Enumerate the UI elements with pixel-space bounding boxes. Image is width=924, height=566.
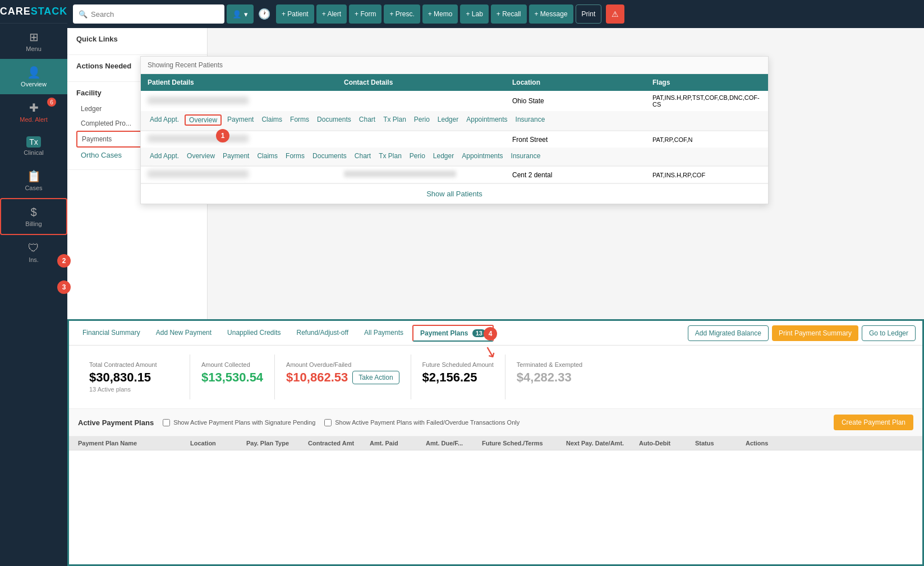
sidebar-item-label: Ins. xyxy=(29,256,39,263)
tab-unapplied-credits[interactable]: Unapplied Credits xyxy=(220,323,287,343)
patient-row: Ohio State PAT,INS.H,RP,TST,COF,CB,DNC,C… xyxy=(141,91,768,131)
sidebar-item-label: Clinical xyxy=(24,149,43,156)
nav-forms-2[interactable]: Forms xyxy=(283,151,307,161)
take-action-button[interactable]: Take Action xyxy=(352,371,399,384)
create-payment-plan-button[interactable]: Create Payment Plan xyxy=(834,415,913,430)
nav-insurance-1[interactable]: Insurance xyxy=(513,114,548,126)
nav-add-appt-2[interactable]: Add Appt. xyxy=(148,151,181,161)
clinical-icon: Tx xyxy=(26,136,41,148)
quick-links-title: Quick Links xyxy=(76,35,198,43)
user-button[interactable]: 👤 ▾ xyxy=(227,4,254,24)
nav-documents-1[interactable]: Documents xyxy=(315,114,353,126)
add-message-button[interactable]: + Message xyxy=(529,4,573,24)
sidebar-item-medalert[interactable]: 6 ✚ Med. Alert xyxy=(0,94,67,130)
patient-info: Ohio State PAT,INS.H,RP,TST,COF,CB,DNC,C… xyxy=(141,91,768,111)
chevron-down-icon: ▾ xyxy=(244,10,248,19)
filter1-label[interactable]: Show Active Payment Plans with Signature… xyxy=(163,419,315,426)
amount-collected-label: Amount Collected xyxy=(201,361,263,368)
sidebar: CARESTACK ⊞ Menu 👤 Overview 6 ✚ Med. Ale… xyxy=(0,0,67,566)
filter2-label[interactable]: Show Active Payment Plans with Failed/Ov… xyxy=(324,419,520,426)
sidebar-item-billing[interactable]: $ Billing xyxy=(0,198,67,235)
nav-documents-2[interactable]: Documents xyxy=(310,151,349,161)
patient-nav-1: Add Appt. Overview Payment Claims Forms … xyxy=(141,111,768,131)
patient-location: Ohio State xyxy=(512,97,652,105)
sidebar-item-ins[interactable]: 🛡 Ins. xyxy=(0,235,67,270)
nav-txplan-2[interactable]: Tx Plan xyxy=(376,151,404,161)
sidebar-item-clinical[interactable]: Tx Clinical xyxy=(0,130,67,163)
nav-appointments-1[interactable]: Appointments xyxy=(464,114,509,126)
nav-claims-2[interactable]: Claims xyxy=(255,151,280,161)
search-box[interactable]: 🔍 xyxy=(73,4,224,24)
sidebar-item-overview[interactable]: 👤 Overview xyxy=(0,59,67,94)
nav-chart-1[interactable]: Chart xyxy=(357,114,378,126)
topbar: 🔍 👤 ▾ 🕐 + Patient + Alert + Form + Presc… xyxy=(67,0,924,28)
future-scheduled-label: Future Scheduled Amount xyxy=(422,361,494,368)
nav-ledger-1[interactable]: Ledger xyxy=(435,114,461,126)
print-payment-summary-btn[interactable]: Print Payment Summary xyxy=(772,325,858,341)
sidebar-item-menu[interactable]: ⊞ Menu xyxy=(0,24,67,59)
quick-links-section: Quick Links xyxy=(67,28,207,55)
nav-overview-1[interactable]: Overview xyxy=(185,114,222,126)
nav-txplan-1[interactable]: Tx Plan xyxy=(381,114,408,126)
amount-collected-value: $13,530.54 xyxy=(201,370,263,385)
nav-perio-1[interactable]: Perio xyxy=(412,114,432,126)
patient-name-blurred xyxy=(148,170,249,178)
nav-add-appt-1[interactable]: Add Appt. xyxy=(148,114,181,126)
top-actions: + Patient + Alert + Form + Presc. + Memo… xyxy=(276,4,624,24)
add-migrated-balance-btn[interactable]: Add Migrated Balance xyxy=(688,325,769,341)
add-alert-button[interactable]: + Alert xyxy=(316,4,347,24)
patient-flags: PAT,INS.H,RP,TST,COF,CB,DNC,COF-CS xyxy=(652,94,765,108)
active-plans-title: Active Payment Plans xyxy=(78,418,154,427)
nav-appointments-2[interactable]: Appointments xyxy=(459,151,505,161)
nav-perio-2[interactable]: Perio xyxy=(407,151,427,161)
col-flags: Flags xyxy=(652,79,765,86)
sidebar-item-cases[interactable]: 📋 Cases xyxy=(0,163,67,198)
col-payment-plan-name: Payment Plan Name xyxy=(78,440,190,447)
go-to-ledger-btn[interactable]: Go to Ledger xyxy=(862,325,916,341)
tab-payment-plans[interactable]: Payment Plans 13 xyxy=(412,325,494,342)
medalert-icon: ✚ xyxy=(29,101,39,114)
nav-ledger-2[interactable]: Ledger xyxy=(431,151,456,161)
ins-icon: 🛡 xyxy=(28,242,39,255)
nav-overview-2[interactable]: Overview xyxy=(185,151,217,161)
step-2-indicator: 2 xyxy=(57,254,71,268)
tab-financial-summary[interactable]: Financial Summary xyxy=(76,323,147,343)
add-memo-button[interactable]: + Memo xyxy=(422,4,458,24)
tab-add-new-payment[interactable]: Add New Payment xyxy=(149,323,218,343)
filter1-checkbox[interactable] xyxy=(163,419,170,426)
step-1-indicator: 1 xyxy=(216,129,229,142)
terminated-value: $4,282.33 xyxy=(517,370,582,385)
sidebar-item-label: Billing xyxy=(25,220,42,227)
search-input[interactable] xyxy=(91,10,192,19)
logo: CARESTACK xyxy=(0,0,67,24)
col-future-sched: Future Sched./Terms xyxy=(482,440,566,447)
alert-button[interactable]: ⚠ xyxy=(606,4,624,24)
logo-text: CARESTACK xyxy=(0,6,67,17)
nav-forms-1[interactable]: Forms xyxy=(288,114,311,126)
patient-row: Cent 2 dental PAT,INS.H,RP,COF xyxy=(141,167,768,183)
filter2-checkbox[interactable] xyxy=(324,419,332,426)
nav-payment-1[interactable]: Payment xyxy=(225,114,256,126)
nav-insurance-2[interactable]: Insurance xyxy=(509,151,543,161)
tab-all-payments[interactable]: All Payments xyxy=(357,323,410,343)
search-icon: 🔍 xyxy=(79,10,88,19)
add-form-button[interactable]: + Form xyxy=(349,4,381,24)
search-dropdown: Showing Recent Patients Patient Details … xyxy=(140,56,769,204)
col-location: Location xyxy=(512,79,652,86)
add-recall-button[interactable]: + Recall xyxy=(491,4,527,24)
nav-claims-1[interactable]: Claims xyxy=(259,114,284,126)
nav-payment-2[interactable]: Payment xyxy=(220,151,251,161)
tab-refund-adjust[interactable]: Refund/Adjust-off xyxy=(289,323,355,343)
patient-location: Cent 2 dental xyxy=(512,171,652,179)
active-plans-count: 13 Active plans xyxy=(89,386,178,393)
add-patient-button[interactable]: + Patient xyxy=(276,4,314,24)
print-button[interactable]: Print xyxy=(576,4,602,24)
clock-button[interactable]: 🕐 xyxy=(258,8,270,20)
terminated-label: Terminated & Exempted xyxy=(517,361,582,368)
show-all-patients[interactable]: Show all Patients xyxy=(141,183,768,204)
amount-overdue-card: Amount Overdue/Failed $10,862.53 Take Ac… xyxy=(275,355,411,399)
add-lab-button[interactable]: + Lab xyxy=(460,4,488,24)
add-presc-button[interactable]: + Presc. xyxy=(384,4,420,24)
nav-chart-2[interactable]: Chart xyxy=(352,151,373,161)
patient-info: Front Street PAT,RP,COF,N xyxy=(141,131,768,148)
